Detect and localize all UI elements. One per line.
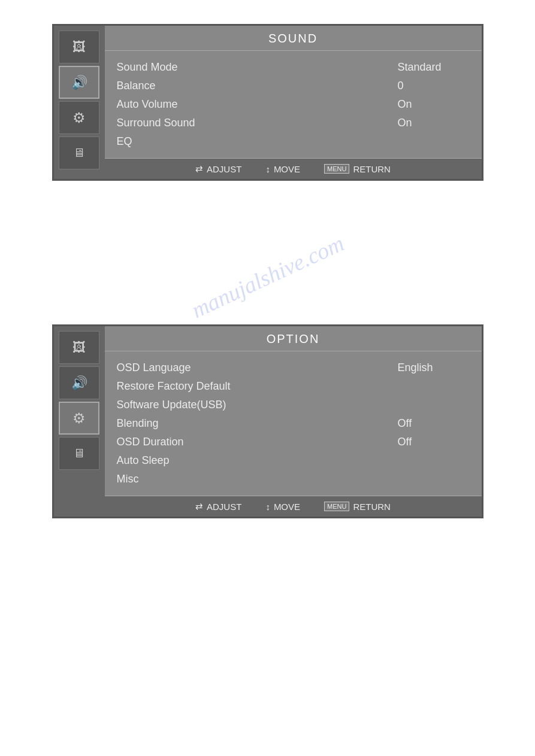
option-label-4: OSD Duration bbox=[117, 436, 184, 448]
option-row-4: OSD Duration Off bbox=[117, 433, 470, 451]
option-label-6: Misc bbox=[117, 473, 139, 485]
picture-icon: 🖼 bbox=[72, 40, 86, 55]
sound-items-list: Sound Mode Standard Balance 0 Auto Volum… bbox=[105, 51, 482, 158]
option-label-0: OSD Language bbox=[117, 362, 191, 374]
sound-value-2: On bbox=[398, 98, 470, 111]
option-sidebar-screen[interactable]: 🖥 bbox=[59, 437, 99, 470]
option-value-0: English bbox=[398, 362, 470, 374]
option-value-3: Off bbox=[398, 417, 470, 430]
sound-row-0: Sound Mode Standard bbox=[117, 58, 470, 77]
option-row-6: Misc bbox=[117, 470, 470, 488]
option-label-5: Auto Sleep bbox=[117, 454, 170, 467]
move-label: MOVE bbox=[274, 164, 300, 174]
sound-adjust: ⇄ ADJUST bbox=[195, 163, 241, 174]
option-adjust-label: ADJUST bbox=[207, 502, 241, 512]
option-sidebar-sound[interactable]: 🔊 bbox=[59, 366, 99, 399]
sound-row-1: Balance 0 bbox=[117, 77, 470, 95]
sound-move: ↕ MOVE bbox=[265, 164, 300, 174]
sound-label-3: Surround Sound bbox=[117, 117, 195, 129]
option-move: ↕ MOVE bbox=[265, 502, 300, 512]
option-sound-icon: 🔊 bbox=[71, 375, 87, 391]
sound-content: SOUND Sound Mode Standard Balance 0 Auto… bbox=[105, 26, 482, 179]
option-label-3: Blending bbox=[117, 417, 159, 430]
return-label-sound: RETURN bbox=[353, 164, 391, 174]
adjust-label: ADJUST bbox=[207, 164, 241, 174]
option-menu: 🖼 🔊 ⚙ 🖥 OPTION OSD Language English bbox=[52, 324, 483, 518]
option-row-5: Auto Sleep bbox=[117, 451, 470, 470]
option-footer: ⇄ ADJUST ↕ MOVE MENU RETURN bbox=[105, 496, 482, 517]
sound-title: SOUND bbox=[105, 26, 482, 51]
sound-icon: 🔊 bbox=[71, 75, 87, 90]
option-adjust: ⇄ ADJUST bbox=[195, 501, 241, 512]
option-screen-icon: 🖥 bbox=[73, 447, 85, 460]
sidebar-item-sound[interactable]: 🔊 bbox=[59, 66, 99, 99]
option-sidebar-gear[interactable]: ⚙ bbox=[59, 402, 99, 435]
move-icon: ↕ bbox=[265, 164, 270, 174]
screen-icon: 🖥 bbox=[73, 146, 85, 160]
option-menu-box: MENU bbox=[324, 502, 349, 511]
sound-sidebar: 🖼 🔊 ⚙ 🖥 bbox=[54, 26, 105, 179]
sound-label-1: Balance bbox=[117, 80, 156, 92]
option-picture-icon: 🖼 bbox=[72, 340, 86, 356]
option-return: MENU RETURN bbox=[324, 502, 391, 512]
sound-label-0: Sound Mode bbox=[117, 61, 178, 74]
adjust-icon: ⇄ bbox=[195, 163, 203, 174]
sound-row-4: EQ bbox=[117, 132, 470, 151]
sound-label-4: EQ bbox=[117, 135, 132, 148]
sound-value-1: 0 bbox=[398, 80, 470, 92]
option-row-3: Blending Off bbox=[117, 414, 470, 433]
option-gear-icon: ⚙ bbox=[72, 410, 86, 427]
watermark-spacer: manujalshive.com bbox=[52, 229, 483, 324]
option-sidebar-picture[interactable]: 🖼 bbox=[59, 331, 99, 364]
option-move-icon: ↕ bbox=[265, 502, 270, 512]
option-row-2: Software Update(USB) bbox=[117, 396, 470, 414]
gear-icon: ⚙ bbox=[72, 110, 86, 126]
option-row-1: Restore Factory Default bbox=[117, 377, 470, 396]
sidebar-item-picture[interactable]: 🖼 bbox=[59, 31, 99, 63]
sidebar-item-gear[interactable]: ⚙ bbox=[59, 101, 99, 134]
option-label-1: Restore Factory Default bbox=[117, 380, 231, 393]
option-items-list: OSD Language English Restore Factory Def… bbox=[105, 351, 482, 496]
option-row-0: OSD Language English bbox=[117, 359, 470, 377]
sound-menu: 🖼 🔊 ⚙ 🖥 SOUND Sound Mode Standard bbox=[52, 24, 483, 181]
sound-return: MENU RETURN bbox=[324, 164, 391, 174]
option-return-label: RETURN bbox=[353, 502, 391, 512]
option-adjust-icon: ⇄ bbox=[195, 501, 203, 512]
option-content: OPTION OSD Language English Restore Fact… bbox=[105, 326, 482, 517]
sound-value-0: Standard bbox=[398, 61, 470, 74]
sound-value-3: On bbox=[398, 117, 470, 129]
option-move-label: MOVE bbox=[274, 502, 300, 512]
watermark-text: manujalshive.com bbox=[187, 230, 347, 323]
option-sidebar: 🖼 🔊 ⚙ 🖥 bbox=[54, 326, 105, 517]
sidebar-item-screen[interactable]: 🖥 bbox=[59, 136, 99, 169]
option-label-2: Software Update(USB) bbox=[117, 399, 226, 411]
sound-row-3: Surround Sound On bbox=[117, 114, 470, 132]
sound-row-2: Auto Volume On bbox=[117, 95, 470, 114]
sound-label-2: Auto Volume bbox=[117, 98, 178, 111]
sound-footer: ⇄ ADJUST ↕ MOVE MENU RETURN bbox=[105, 158, 482, 179]
option-title: OPTION bbox=[105, 326, 482, 351]
menu-box-sound: MENU bbox=[324, 164, 349, 174]
option-value-4: Off bbox=[398, 436, 470, 448]
